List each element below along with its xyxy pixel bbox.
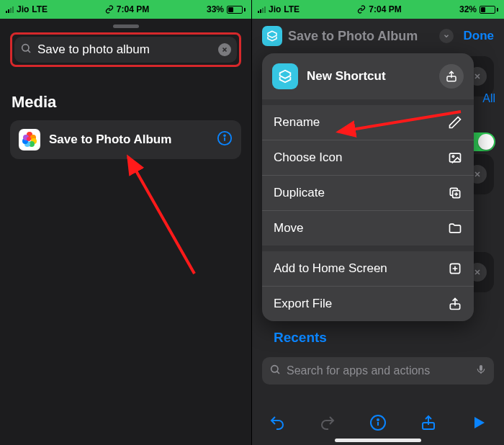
share-button[interactable]: [439, 64, 464, 89]
clock-label: 7:04 PM: [117, 4, 149, 14]
hotspot-icon: [105, 5, 114, 14]
pencil-icon: [448, 115, 462, 130]
svg-line-3: [128, 157, 194, 274]
search-icon: [269, 364, 281, 378]
menu-item-export[interactable]: Export File: [262, 286, 474, 321]
svg-point-10: [271, 366, 278, 372]
section-heading-media: Media: [12, 93, 240, 112]
battery-pct-label: 32%: [459, 4, 477, 14]
status-bar: Jio LTE 7:04 PM 32%: [252, 0, 504, 19]
info-button[interactable]: [369, 414, 387, 431]
signal-bars-icon: [258, 6, 266, 13]
menu-label: Choose Icon: [274, 150, 342, 165]
chevron-down-icon[interactable]: [439, 29, 454, 43]
shortcut-badge-icon: [272, 63, 298, 89]
menu-item-choose-icon[interactable]: Choose Icon: [262, 140, 474, 175]
duplicate-icon: [448, 186, 462, 200]
image-icon: [448, 150, 462, 165]
menu-label: Export File: [274, 297, 332, 311]
menu-item-add-home[interactable]: Add to Home Screen: [262, 251, 474, 286]
menu-label: Move: [274, 221, 304, 235]
redo-button[interactable]: [319, 414, 336, 431]
menu-item-duplicate[interactable]: Duplicate: [262, 175, 474, 210]
search-icon: [20, 42, 32, 57]
sheet-title: New Shortcut: [307, 69, 431, 84]
plus-square-icon: [448, 261, 462, 276]
share-button[interactable]: [420, 414, 437, 431]
search-result-label: Save to Photo Album: [49, 132, 208, 147]
svg-rect-11: [480, 365, 482, 371]
menu-label: Add to Home Screen: [274, 261, 387, 276]
menu-label: Rename: [274, 115, 320, 130]
shortcut-settings-sheet: New Shortcut Rename Choose Icon Duplicat…: [262, 53, 474, 321]
status-bar: Jio LTE 7:04 PM 33%: [0, 0, 251, 19]
actions-search-input[interactable]: Search for apps and actions: [262, 357, 494, 385]
search-highlight-annotation: Save to photo album: [10, 32, 241, 67]
right-screenshot: Jio LTE 7:04 PM 32% Save to Photo Album …: [252, 0, 504, 445]
battery-icon: [480, 6, 498, 14]
menu-item-move[interactable]: Move: [262, 210, 474, 246]
mic-icon[interactable]: [475, 364, 487, 378]
search-input[interactable]: Save to photo album: [14, 37, 237, 63]
info-button[interactable]: [217, 130, 233, 149]
run-button[interactable]: [470, 414, 487, 431]
annotation-arrow: [108, 144, 209, 291]
menu-label: Duplicate: [274, 186, 325, 200]
photos-app-icon: [19, 129, 40, 150]
export-icon: [448, 297, 462, 311]
clock-label: 7:04 PM: [369, 4, 401, 14]
all-chip[interactable]: All: [482, 92, 495, 105]
battery-pct-label: 33%: [207, 4, 224, 14]
network-label: LTE: [284, 4, 300, 14]
svg-point-2: [224, 135, 225, 136]
done-button[interactable]: Done: [464, 29, 495, 43]
sheet-grabber[interactable]: [113, 24, 139, 28]
search-placeholder: Search for apps and actions: [287, 364, 430, 377]
search-result-row[interactable]: Save to Photo Album: [10, 120, 241, 159]
clear-search-button[interactable]: [218, 43, 231, 56]
home-indicator[interactable]: [335, 439, 421, 442]
signal-bars-icon: [6, 6, 14, 13]
undo-button[interactable]: [269, 414, 286, 431]
hotspot-icon: [357, 5, 366, 14]
shortcut-title-label: Save to Photo Album: [288, 29, 433, 44]
svg-point-6: [452, 156, 454, 158]
left-screenshot: Jio LTE 7:04 PM 33% Save to photo album …: [0, 0, 252, 445]
search-input-text: Save to photo album: [37, 42, 212, 57]
carrier-label: Jio: [17, 4, 29, 14]
svg-point-0: [22, 45, 29, 51]
menu-item-rename[interactable]: Rename: [262, 105, 474, 140]
carrier-label: Jio: [269, 4, 281, 14]
folder-icon: [448, 221, 462, 235]
recents-heading[interactable]: Recents: [274, 330, 327, 346]
battery-icon: [227, 6, 246, 14]
network-label: LTE: [32, 4, 48, 14]
svg-point-13: [377, 419, 379, 421]
